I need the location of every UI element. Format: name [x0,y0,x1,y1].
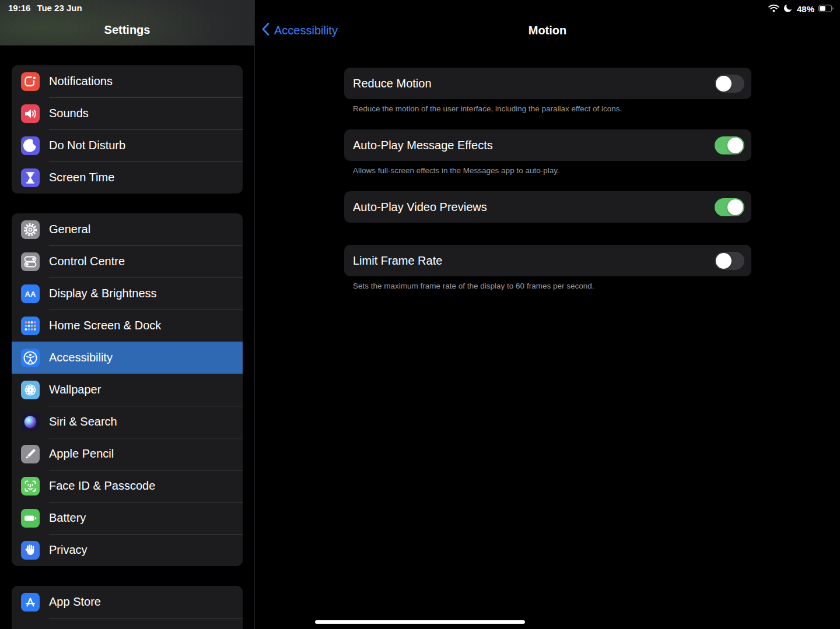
sidebar-item-siri-search[interactable]: Siri & Search [12,406,243,438]
nav-bar: Accessibility Motion [255,17,840,43]
auto-play-message-effects-toggle[interactable] [715,136,744,154]
general-icon [21,220,40,239]
appstore-icon [21,593,40,612]
setting-label: Auto-Play Video Previews [353,201,487,214]
sidebar-item-app-store[interactable]: App Store [12,586,243,618]
setting-footer: Reduce the motion of the user interface,… [353,104,743,114]
status-time: 19:16 [8,3,30,13]
sidebar-item-label: Home Screen & Dock [49,319,161,332]
battery-percent: 48% [797,4,814,14]
sidebar-item-do-not-disturb[interactable]: Do Not Disturb [12,129,243,161]
svg-text:AA: AA [25,289,36,298]
sidebar-item-label: Apple Pencil [49,447,114,461]
page-title: Motion [255,17,840,43]
sidebar-group: GeneralControl CentreAADisplay & Brightn… [12,213,243,566]
sidebar-item-battery[interactable]: Battery [12,502,243,534]
sidebar-item-home-screen-dock[interactable]: Home Screen & Dock [12,310,243,342]
battery-icon [818,4,834,14]
status-right: 48% [768,3,834,15]
sidebar-item-label: Notifications [49,75,113,88]
content-pane: 48% Accessibility Motion Reduce M [255,0,840,629]
home-indicator[interactable] [315,620,525,624]
sidebar-item-screen-time[interactable]: Screen Time [12,161,243,194]
sidebar-item-notifications[interactable]: Notifications [12,65,243,97]
setting-auto-play-message-effects: Auto-Play Message EffectsAllows full-scr… [344,129,751,175]
status-left: 19:16 Tue 23 Jun [8,3,82,13]
battery-icon [21,509,40,528]
sidebar-item-label: Privacy [49,543,88,557]
display-icon: AA [21,284,40,303]
setting-label: Reduce Motion [353,77,432,90]
status-date: Tue 23 Jun [37,3,82,13]
sidebar-item-general[interactable]: General [12,213,243,245]
wifi-icon [768,4,779,14]
pencil-icon [21,445,40,463]
sidebar-item-face-id-passcode[interactable]: Face ID & Passcode [12,470,243,502]
sidebar-item-label: Display & Brightness [49,287,157,300]
moon-icon [783,3,793,15]
reduce-motion-toggle[interactable] [715,75,744,93]
toggle-knob [716,76,732,92]
setting-row-auto-play-message-effects: Auto-Play Message Effects [344,129,751,161]
sidebar-group: NotificationsSoundsDo Not DisturbScreen … [12,65,243,194]
toggle-knob [727,138,743,153]
setting-auto-play-video-previews: Auto-Play Video Previews [344,191,751,223]
sidebar-item-control-centre[interactable]: Control Centre [12,245,243,277]
toggle-knob [716,253,732,269]
sidebar-item-label: App Store [49,595,101,609]
sidebar-item-label: Do Not Disturb [49,139,125,152]
sidebar-header: 19:16 Tue 23 Jun Settings [0,0,254,45]
faceid-icon [21,477,40,496]
sidebar-item-accessibility[interactable]: Accessibility [12,342,243,374]
sidebar-item-label: Face ID & Passcode [49,479,155,493]
sidebar-title: Settings [0,23,254,37]
setting-reduce-motion: Reduce MotionReduce the motion of the us… [344,68,751,114]
sidebar-item-apple-pencil[interactable]: Apple Pencil [12,438,243,470]
setting-row-auto-play-video-previews: Auto-Play Video Previews [344,191,751,223]
sidebar: 19:16 Tue 23 Jun Settings NotificationsS… [0,0,255,629]
limit-frame-rate-toggle[interactable] [715,252,744,270]
sidebar-item-sounds[interactable]: Sounds [12,97,243,129]
sidebar-item-label: Control Centre [49,255,125,268]
sidebar-list[interactable]: NotificationsSoundsDo Not DisturbScreen … [12,65,243,629]
settings-list: Reduce MotionReduce the motion of the us… [344,68,751,307]
notifications-icon [21,72,40,91]
screentime-icon [21,168,40,187]
wallpaper-icon [21,381,40,399]
sidebar-item-display-brightness[interactable]: AADisplay & Brightness [12,277,243,310]
sidebar-item-label: Sounds [49,107,89,120]
accessibility-icon [21,349,40,367]
setting-footer: Allows full-screen effects in the Messag… [353,166,743,175]
auto-play-video-previews-toggle[interactable] [715,198,744,216]
setting-footer: Sets the maximum frame rate of the displ… [353,282,743,291]
toggle-knob [727,199,743,215]
sidebar-item-label: Screen Time [49,171,114,184]
setting-label: Limit Frame Rate [353,254,442,268]
sidebar-item-label: Siri & Search [49,415,117,428]
sidebar-item-wallpaper[interactable]: Wallpaper [12,374,243,406]
sidebar-item-label: General [49,223,90,236]
setting-label: Auto-Play Message Effects [353,139,493,152]
homescreen-icon [21,317,40,335]
ipad-settings-screen: 19:16 Tue 23 Jun Settings NotificationsS… [0,0,840,629]
setting-row-reduce-motion: Reduce Motion [344,68,751,99]
sidebar-item-privacy[interactable]: Privacy [12,534,243,566]
siri-icon [21,413,40,431]
sidebar-group: App Store [12,586,243,629]
sounds-icon [21,104,40,123]
sidebar-item-label: Wallpaper [49,383,101,396]
setting-row-limit-frame-rate: Limit Frame Rate [344,245,751,276]
sidebar-item-label: Accessibility [49,351,113,364]
setting-limit-frame-rate: Limit Frame RateSets the maximum frame r… [344,245,751,291]
sidebar-item-label: Battery [49,511,86,525]
sidebar-item-partial[interactable] [12,618,243,629]
controlcentre-icon [21,252,40,271]
privacy-icon [21,541,40,560]
dnd-icon [21,136,40,155]
